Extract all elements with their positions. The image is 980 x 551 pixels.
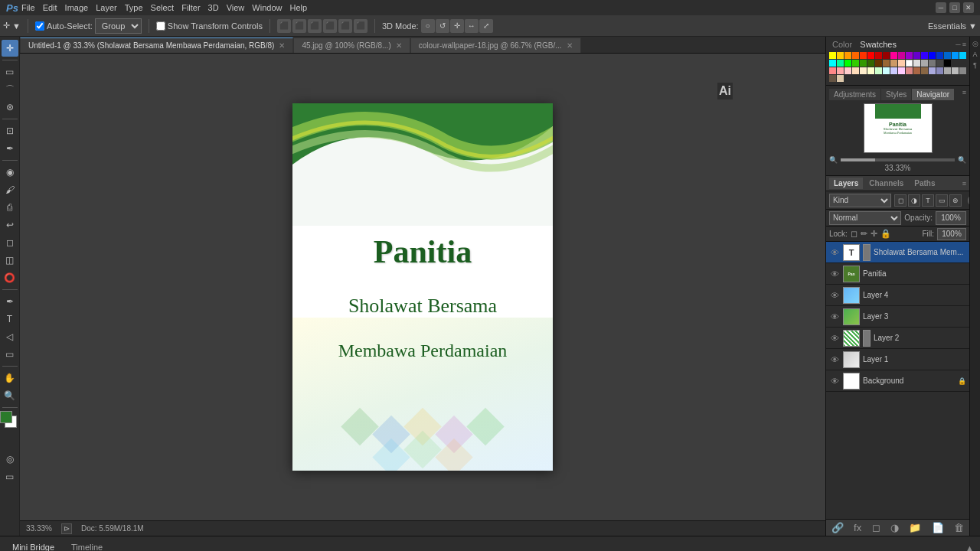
window-controls[interactable]: ─ □ ✕ xyxy=(936,2,974,13)
close-button[interactable]: ✕ xyxy=(963,2,974,13)
lasso-tool[interactable]: ⌒ xyxy=(2,81,18,98)
layer-eye-2[interactable]: 👁 xyxy=(829,334,840,343)
swatch-medium-blue[interactable] xyxy=(944,52,951,59)
swatch-violet[interactable] xyxy=(913,52,920,59)
layer-eye-3[interactable]: 👁 xyxy=(829,312,840,321)
auto-select-checkbox[interactable] xyxy=(35,21,44,31)
swatch-mid-gray[interactable] xyxy=(929,60,936,67)
swatch-dark-gray[interactable] xyxy=(936,60,943,67)
swatch-lime[interactable] xyxy=(852,60,859,67)
panel-menu-icon[interactable]: ≡ xyxy=(962,41,966,48)
3d-roll-icon[interactable]: ↺ xyxy=(436,19,449,33)
menu-file[interactable]: File xyxy=(21,3,35,12)
swatch-peach[interactable] xyxy=(898,60,905,67)
layer-row-1[interactable]: 👁 Layer 1 xyxy=(826,349,969,370)
3d-slide-icon[interactable]: ↔ xyxy=(465,19,479,33)
align-bottom-icon[interactable]: ⬛ xyxy=(354,19,368,33)
tab-45jpg[interactable]: 45.jpg @ 100% (RGB/8...) ✕ xyxy=(293,37,410,53)
spot-heal-tool[interactable]: ◉ xyxy=(2,164,18,181)
eraser-tool[interactable]: ◻ xyxy=(2,234,18,251)
maximize-button[interactable]: □ xyxy=(949,2,960,13)
swatch-blue[interactable] xyxy=(929,52,936,59)
menu-image[interactable]: Image xyxy=(65,3,89,12)
layers-panel-tabs[interactable]: Layers Channels Paths xyxy=(829,178,940,189)
swatch-light-green[interactable] xyxy=(875,67,882,74)
swatch-light-peach[interactable] xyxy=(852,67,859,74)
hand-tool[interactable]: ✋ xyxy=(2,370,18,386)
auto-select-dropdown[interactable]: Group Layer xyxy=(95,18,142,34)
swatch-light-blue[interactable] xyxy=(890,67,897,74)
link-layers-button[interactable]: 🔗 xyxy=(831,522,844,533)
swatch-forest-green[interactable] xyxy=(867,60,874,67)
swatch-blue-violet[interactable] xyxy=(921,52,928,59)
menu-window[interactable]: Window xyxy=(252,3,282,12)
crop-tool[interactable]: ⊡ xyxy=(2,122,18,139)
swatch-gray2[interactable] xyxy=(959,67,966,74)
swatch-brown[interactable] xyxy=(875,60,882,67)
layer-eye-sholawat[interactable]: 👁 xyxy=(829,248,840,257)
layer-row-panitia[interactable]: 👁 Pan Panitia xyxy=(826,263,969,285)
pen-tool[interactable]: ✒ xyxy=(2,293,18,310)
swatch-lavender[interactable] xyxy=(936,67,943,74)
filter-pixel-icon[interactable]: ◻ xyxy=(894,194,906,207)
layer-eye-4[interactable]: 👁 xyxy=(829,291,840,300)
swatch-dark-red[interactable] xyxy=(875,52,882,59)
navigator-tab[interactable]: Navigator xyxy=(912,89,954,100)
swatch-cream[interactable] xyxy=(860,67,867,74)
layer-row-sholawat[interactable]: 👁 T Sholawat Bersama Mem... xyxy=(826,242,969,263)
zoom-tool[interactable]: 🔍 xyxy=(2,387,18,404)
navigator-zoom-slider[interactable] xyxy=(841,158,955,161)
swatch-cyan[interactable] xyxy=(959,52,966,59)
tab-untitled-close[interactable]: ✕ xyxy=(279,41,285,50)
auto-select-control[interactable]: Auto-Select: Group Layer xyxy=(35,18,142,34)
swatch-sky-blue[interactable] xyxy=(952,52,959,59)
swatch-red-orange[interactable] xyxy=(860,52,867,59)
swatch-sienna[interactable] xyxy=(913,67,920,74)
styles-tab[interactable]: Styles xyxy=(881,89,911,100)
menu-filter[interactable]: Filter xyxy=(181,3,200,12)
swatch-amber[interactable] xyxy=(837,52,844,59)
paths-tab[interactable]: Paths xyxy=(910,178,939,189)
lock-transparent-icon[interactable]: ◻ xyxy=(851,229,858,239)
marquee-tool[interactable]: ▭ xyxy=(2,64,18,80)
align-left-icon[interactable]: ⬛ xyxy=(277,19,291,33)
swatch-dark-pink[interactable] xyxy=(898,52,905,59)
history-brush-tool[interactable]: ↩ xyxy=(2,217,18,233)
dodge-tool[interactable]: ⭕ xyxy=(2,269,18,286)
swatch-pink[interactable] xyxy=(890,52,897,59)
layers-menu-icon[interactable]: ≡ xyxy=(962,180,966,187)
move-tool[interactable]: ✛ xyxy=(2,40,18,57)
3d-rotate-icon[interactable]: ○ xyxy=(421,19,435,33)
tab-colour-close[interactable]: ✕ xyxy=(567,41,573,50)
tab-untitled[interactable]: Untitled-1 @ 33.3% (Sholawat Bersama Mem… xyxy=(20,37,293,53)
type-tool[interactable]: T xyxy=(2,311,18,328)
swatch-silver2[interactable] xyxy=(952,67,959,74)
layer-row-2[interactable]: 👁 Layer 2 xyxy=(826,328,969,349)
swatch-light-gray[interactable] xyxy=(913,60,920,67)
swatch-tan[interactable] xyxy=(883,60,890,67)
panel-minimize-icon[interactable]: ─ xyxy=(956,41,960,48)
lock-all-icon[interactable]: 🔒 xyxy=(880,229,891,239)
swatch-white[interactable] xyxy=(906,60,913,67)
align-right-icon[interactable]: ⬛ xyxy=(308,19,322,33)
swatch-periwinkle[interactable] xyxy=(929,67,936,74)
bottom-expand-icon[interactable]: ▲ xyxy=(965,543,974,552)
adj-panel-tabs[interactable]: Adjustments Styles Navigator ≡ xyxy=(829,89,966,100)
align-middle-icon[interactable]: ⬛ xyxy=(338,19,352,33)
swatch-very-light-red[interactable] xyxy=(844,67,851,74)
layer-eye-panitia[interactable]: 👁 xyxy=(829,269,840,279)
workspace-selector[interactable]: Essentials ▼ xyxy=(928,21,977,31)
show-transform-checkbox[interactable] xyxy=(156,21,165,31)
menu-layer[interactable]: Layer xyxy=(96,3,117,12)
menu-edit[interactable]: Edit xyxy=(43,3,57,12)
fill-input[interactable] xyxy=(937,228,966,240)
brush-tool[interactable]: 🖌 xyxy=(2,181,18,198)
channels-tab[interactable]: Channels xyxy=(864,178,908,189)
tab-45jpg-close[interactable]: ✕ xyxy=(396,41,402,50)
timeline-tab[interactable]: Timeline xyxy=(65,541,109,552)
layer-row-3[interactable]: 👁 Layer 3 xyxy=(826,306,969,328)
align-center-icon[interactable]: ⬛ xyxy=(292,19,306,33)
layer-row-background[interactable]: 👁 Background 🔒 xyxy=(826,370,969,392)
swatch-yellow[interactable] xyxy=(829,52,836,59)
layers-tab[interactable]: Layers xyxy=(829,178,863,189)
